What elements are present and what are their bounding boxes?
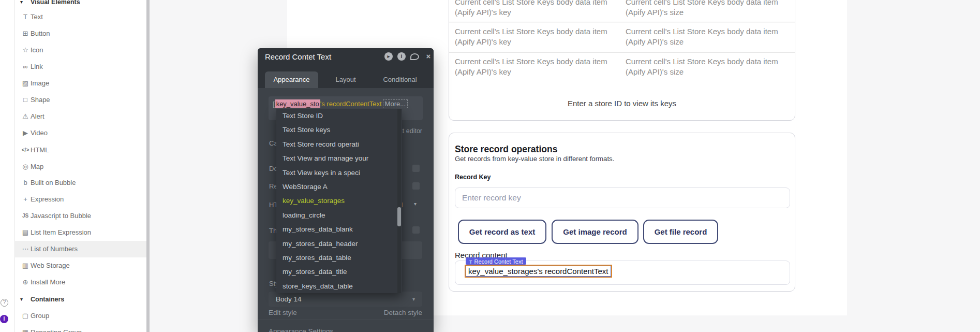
star-icon: ☆ (20, 42, 31, 59)
shape-icon: □ (20, 92, 31, 108)
sidebar-item-install-more[interactable]: ⊕ Install More (15, 274, 147, 291)
sidebar-item-javascript-to-bubble[interactable]: JS Javascript to Bubble (15, 208, 147, 224)
selected-text-element[interactable]: key_value_storages's recordContentText (465, 265, 612, 278)
cell-key-text[interactable]: Current cell's List Store Keys body data… (455, 56, 620, 77)
next-section-label: Appearance Settings (269, 327, 333, 332)
insert-dynamic-data-icon[interactable]: [ (273, 100, 275, 108)
table-row[interactable]: Current cell's List Store Keys body data… (449, 22, 795, 52)
dropdown-scrollbar-track (397, 109, 401, 293)
map-pin-icon: ◎ (20, 158, 31, 175)
sidebar-item-expression[interactable]: + Expression (15, 191, 147, 208)
code-icon: </> (20, 142, 31, 158)
sidebar-item-html[interactable]: </> HTML (15, 142, 147, 158)
dropdown-item[interactable]: Text Store keys (276, 123, 402, 137)
dropdown-item[interactable]: Text Store ID (276, 109, 402, 123)
composer-expression-text[interactable]: 's recordContentText (320, 100, 382, 108)
dropdown-item[interactable]: WebStorage A (276, 180, 402, 194)
field-label-fragment: Th (269, 227, 277, 235)
sidebar-item-icon[interactable]: ☆ Icon (15, 42, 147, 59)
caret-down-icon: ▾ (20, 0, 23, 8)
sidebar-item-map[interactable]: ◎ Map (15, 158, 147, 175)
panel-header[interactable]: Record Contet Text ▸ i × Appearance Layo… (258, 48, 434, 88)
link-icon: ∞ (20, 59, 31, 75)
chevron-down-icon: ▾ (412, 292, 415, 307)
tab-layout[interactable]: Layout (322, 71, 369, 88)
clipboard-icon: ▤ (20, 224, 31, 241)
empty-state-message: Enter a store ID to view its keys (449, 96, 795, 111)
cell-size-text[interactable]: Current cell's List Store Keys body data… (626, 0, 791, 18)
cell-key-text[interactable]: Current cell's List Store Keys body data… (455, 26, 620, 47)
sidebar-item-list-of-numbers[interactable]: ⋯ List of Numbers (15, 241, 147, 257)
sidebar-item-shape[interactable]: □ Shape (15, 92, 147, 108)
dropdown-item[interactable]: loading_circle (276, 208, 402, 222)
checkbox[interactable] (412, 226, 420, 234)
composer-more-token[interactable]: More... (383, 99, 408, 108)
dropdown-item[interactable]: my_stores_data_table (276, 251, 402, 265)
sidebar-item-video[interactable]: ▶ Video (15, 125, 147, 141)
help-icon[interactable]: ? (1, 299, 8, 307)
card-title: Store record operations (455, 144, 557, 155)
repeating-group-icon: ▦ (20, 324, 31, 332)
checkbox[interactable] (412, 182, 420, 190)
info-icon[interactable]: i (397, 52, 406, 61)
tab-conditional[interactable]: Conditional (374, 71, 426, 88)
preview-icon[interactable]: ▸ (384, 52, 393, 61)
table-row[interactable]: Current cell's List Store Keys body data… (449, 0, 795, 22)
record-key-input[interactable] (455, 187, 790, 208)
element-palette: ▾ Visual Elements T Text ⊞ Button ☆ Icon… (14, 0, 146, 332)
autocomplete-dropdown: Text Store ID Text Store keys Text Store… (276, 109, 402, 293)
selected-element-tag: TRecord Contet Text (466, 257, 526, 265)
sidebar-item-list-item-expression[interactable]: ▤ List Item Expression (15, 224, 147, 241)
ellipsis-icon: ⋯ (20, 241, 31, 257)
section-header-containers[interactable]: ▾ Containers (15, 293, 147, 306)
get-file-record-button[interactable]: Get file record (643, 220, 718, 244)
comment-icon[interactable] (410, 53, 419, 60)
get-image-record-button[interactable]: Get image record (552, 220, 639, 244)
edit-style-link[interactable]: Edit style (269, 309, 297, 316)
palette-scrollbar[interactable] (146, 0, 150, 332)
panel-title: Record Contet Text (265, 52, 331, 61)
avatar[interactable]: I (0, 315, 8, 323)
sidebar-item-text[interactable]: T Text (15, 9, 147, 25)
dropdown-item[interactable]: my_stores_data_header (276, 237, 402, 251)
store-record-operations-card[interactable]: Store record operations Get records from… (449, 133, 795, 292)
plus-icon: + (20, 191, 31, 208)
dropdown-item[interactable]: my_stores_data_title (276, 265, 402, 279)
dropdown-item[interactable]: Text View keys in a speci (276, 166, 402, 180)
install-plus-icon: ⊕ (20, 274, 31, 291)
dropdown-item[interactable]: my_stores_data_blank (276, 222, 402, 236)
tab-appearance[interactable]: Appearance (265, 71, 318, 88)
button-icon: ⊞ (20, 25, 31, 42)
alert-icon: ⚠ (20, 108, 31, 125)
storage-icon: ▥ (20, 257, 31, 274)
dropdown-item[interactable]: Text View and manage your (276, 151, 402, 165)
cell-key-text[interactable]: Current cell's List Store Keys body data… (455, 0, 620, 18)
style-select[interactable]: Body 14 ▾ (269, 292, 422, 307)
sidebar-item-group[interactable]: ▢ Group (15, 308, 147, 324)
card-subtitle: Get records from key-value store in diff… (455, 155, 614, 163)
sidebar-item-repeating-group[interactable]: ▦ Repeating Group (15, 324, 147, 332)
dropdown-item[interactable]: Text Store record operati (276, 137, 402, 151)
sidebar-item-built-on-bubble[interactable]: b Built on Bubble (15, 175, 147, 191)
checkbox[interactable] (412, 165, 420, 172)
get-record-as-text-button[interactable]: Get record as text (458, 220, 546, 244)
detach-style-link[interactable]: Detach style (384, 309, 422, 316)
sidebar-item-image[interactable]: ▨ Image (15, 75, 147, 92)
close-icon[interactable]: × (424, 52, 433, 61)
repeating-group-element[interactable]: Current cell's List Store Keys body data… (449, 0, 795, 121)
section-header-visual-elements[interactable]: ▾ Visual Elements (15, 0, 147, 8)
dropdown-scrollbar-thumb[interactable] (397, 207, 401, 226)
table-row[interactable]: Current cell's List Store Keys body data… (449, 52, 795, 82)
cell-size-text[interactable]: Current cell's List Store Keys body data… (626, 26, 791, 47)
dropdown-item[interactable]: store_keys_data_table (276, 279, 402, 293)
text-element-icon: T (469, 259, 472, 265)
left-toolbar-strip: ? I (0, 0, 14, 332)
cell-size-text[interactable]: Current cell's List Store Keys body data… (626, 56, 791, 77)
sidebar-item-link[interactable]: ∞ Link (15, 59, 147, 75)
sidebar-item-button[interactable]: ⊞ Button (15, 25, 147, 42)
sidebar-item-alert[interactable]: ⚠ Alert (15, 108, 147, 125)
group-icon: ▢ (20, 308, 31, 324)
dropdown-item-highlighted[interactable]: key_value_storages (276, 194, 402, 208)
sidebar-item-web-storage[interactable]: ▥ Web Storage (15, 257, 147, 274)
composer-selected-text[interactable]: key_value_sto (275, 99, 320, 108)
